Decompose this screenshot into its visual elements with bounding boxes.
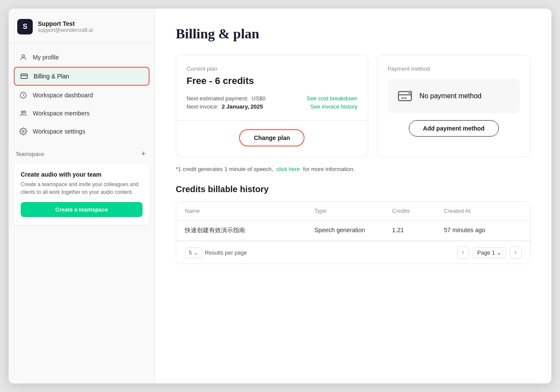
next-payment-row: Next estimated payment: US$0 [187,95,266,102]
workspace-avatar: S [17,19,33,34]
payment-card-icon [396,87,414,105]
per-page-value: 5 [189,249,192,256]
payment-method-label: Payment method [388,65,520,72]
svg-point-0 [22,55,25,57]
no-payment-box: No payment method [388,79,520,113]
svg-point-2 [22,111,24,113]
workspace-info: Support Test support@wondercraft.ai [38,20,93,33]
next-invoice-label: Next invoice: [187,103,218,110]
nav-billing-label: Billing & Plan [34,73,69,80]
next-invoice-value: 2 January, 2025 [222,103,263,110]
page-title: Billing & plan [176,26,531,42]
next-page-button[interactable]: › [510,246,522,258]
current-plan-card: Current plan Free - 6 credits Next estim… [176,55,368,157]
nav-workspace-members[interactable]: Workspace members [14,105,149,122]
svg-rect-1 [21,74,28,79]
nav-workspace-dashboard-label: Workspace dashboard [33,92,93,99]
plan-name: Free - 6 credits [187,75,358,87]
plan-details: Next estimated payment: US$0 Next invoic… [187,95,358,110]
teamspace-label: Teamspace [16,151,44,157]
next-payment-value: US$0 [252,95,266,102]
credit-info: *1 credit generates 1 minute of speech, … [176,166,531,172]
workspace-email: support@wondercraft.ai [38,27,93,33]
nav-workspace-settings[interactable]: Workspace settings [14,123,149,140]
members-icon [19,109,28,118]
teamspace-section: Teamspace + Create audio with your team … [9,141,155,230]
nav-workspace-dashboard[interactable]: Workspace dashboard [14,87,149,104]
teamspace-card: Create audio with your team Create a tea… [14,163,149,225]
plan-divider [176,120,368,121]
plan-links: See cost breakdown See invoice history [307,95,358,110]
prev-page-button[interactable]: ‹ [457,246,469,258]
change-plan-button[interactable]: Change plan [239,129,305,146]
per-page-chevron-icon: ⌄ [193,249,198,256]
current-plan-label: Current plan [187,65,358,72]
nav-section: My profile Billing & Plan Workspace dash… [9,44,155,141]
svg-point-4 [22,131,25,133]
teamspace-header: Teamspace + [14,149,149,158]
table-header: Name Type Credits Created At [176,202,530,221]
see-cost-breakdown-link[interactable]: See cost breakdown [307,95,358,102]
history-section: Credits billable history Name Type Credi… [176,184,531,264]
nav-my-profile-label: My profile [33,54,59,61]
main-content: Billing & plan Current plan Free - 6 cre… [155,9,551,383]
nav-workspace-members-label: Workspace members [33,110,90,117]
next-payment-label: Next estimated payment: [187,95,249,102]
col-credits: Credits [392,208,444,214]
workspace-header: S Support Test support@wondercraft.ai [9,9,155,44]
svg-point-7 [409,90,412,94]
table-row: 快速创建有效演示指南 Speech generation 1.21 57 min… [176,221,530,241]
table-footer: 5 ⌄ Results per page ‹ Page 1 ⌄ › [176,241,530,264]
billing-grid: Current plan Free - 6 credits Next estim… [176,55,531,157]
no-payment-text: No payment method [420,92,482,100]
per-page-label: Results per page [205,249,247,256]
next-invoice-row: Next invoice: 2 January, 2025 [187,103,266,110]
workspace-name: Support Test [38,20,93,27]
app-window: S Support Test support@wondercraft.ai My… [9,9,551,383]
teamspace-card-desc: Create a teamspace and invite your colle… [21,180,143,196]
row-created-at: 57 minutes ago [444,227,522,234]
credit-info-text-after: for more information. [303,166,355,172]
create-teamspace-button[interactable]: Create a teamspace [21,202,143,217]
page-indicator[interactable]: Page 1 ⌄ [473,247,506,258]
teamspace-card-title: Create audio with your team [21,171,143,178]
row-credits: 1.21 [392,227,444,234]
col-created-at: Created At [444,208,522,214]
pagination: ‹ Page 1 ⌄ › [457,246,522,258]
billing-icon [20,72,28,81]
per-page-select[interactable]: 5 ⌄ [185,247,202,258]
svg-point-3 [24,111,26,113]
credit-info-text-before: *1 credit generates 1 minute of speech, [176,166,273,172]
history-table: Name Type Credits Created At 快速创建有效演示指南 … [176,201,531,264]
page-chevron-icon: ⌄ [497,249,501,256]
payment-method-card: Payment method No payment method Add pay… [377,55,531,157]
row-type: Speech generation [314,227,392,234]
credit-info-link[interactable]: click here [276,166,300,172]
col-name: Name [185,208,314,214]
plan-info: Next estimated payment: US$0 Next invoic… [187,95,266,110]
col-type: Type [314,208,392,214]
nav-my-profile[interactable]: My profile [14,49,149,66]
sidebar: S Support Test support@wondercraft.ai My… [9,9,155,383]
nav-workspace-settings-label: Workspace settings [33,128,85,135]
dashboard-icon [19,91,28,100]
page-label: Page 1 [477,249,495,256]
add-payment-button[interactable]: Add payment method [409,120,499,137]
per-page-control: 5 ⌄ Results per page [185,247,247,258]
user-icon [19,53,28,62]
see-invoice-history-link[interactable]: See invoice history [311,103,358,110]
history-section-title: Credits billable history [176,184,531,194]
settings-icon [19,127,28,136]
row-name: 快速创建有效演示指南 [185,227,314,234]
teamspace-add-button[interactable]: + [139,149,148,158]
nav-billing[interactable]: Billing & Plan [14,67,149,86]
